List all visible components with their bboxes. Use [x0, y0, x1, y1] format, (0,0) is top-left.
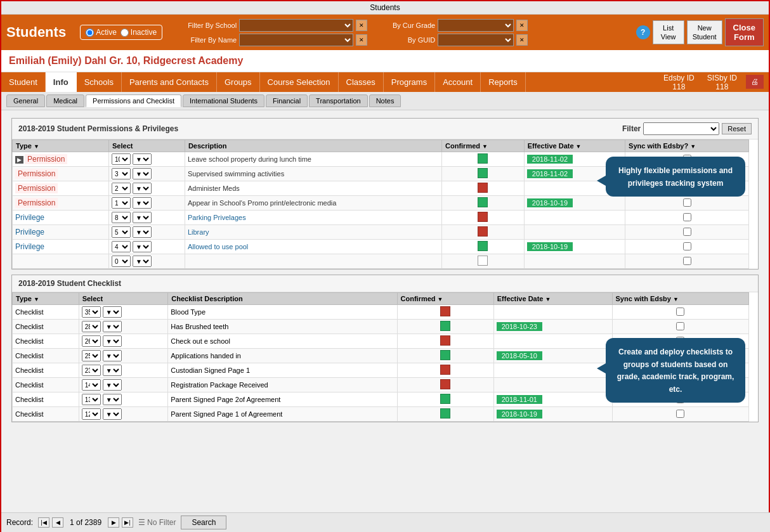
tab-parents-contacts[interactable]: Parents and Contacts	[122, 72, 217, 92]
select-num2[interactable]: ▼	[133, 197, 152, 209]
confirmed-check[interactable]	[440, 306, 450, 316]
select-num[interactable]: 10	[112, 153, 131, 165]
subtab-permissions-checklist[interactable]: Permissions and Checklist	[86, 94, 181, 107]
select-num[interactable]: 12	[82, 408, 101, 420]
permissions-filter-select[interactable]	[643, 122, 719, 135]
select-num2[interactable]: ▼	[133, 226, 152, 238]
confirmed-check[interactable]	[478, 168, 488, 178]
select-num[interactable]: 1	[112, 197, 131, 209]
tab-classes[interactable]: Classes	[339, 72, 384, 92]
select-num2[interactable]: ▼	[103, 408, 122, 420]
select-num2[interactable]: ▼	[103, 306, 122, 318]
by-cur-grade-select[interactable]	[438, 19, 514, 32]
subtab-medical[interactable]: Medical	[46, 94, 84, 107]
nav-first-button[interactable]: |◀	[38, 517, 49, 528]
confirmed-check[interactable]	[478, 153, 488, 164]
select-num2[interactable]: ▼	[103, 335, 122, 347]
select-num2[interactable]: ▼	[133, 212, 152, 223]
search-button[interactable]: Search	[181, 516, 226, 529]
permissions-reset-button[interactable]: Reset	[722, 123, 752, 134]
confirmed-check[interactable]	[478, 241, 488, 251]
effective-date-cell	[524, 211, 625, 225]
confirmed-check[interactable]	[440, 350, 450, 360]
confirmed-check[interactable]	[440, 408, 450, 418]
select-num2[interactable]: ▼	[103, 350, 122, 361]
select-num2[interactable]: ▼	[133, 183, 152, 194]
by-cur-grade-btn[interactable]: ✕	[516, 20, 528, 31]
select-num2[interactable]: ▼	[133, 168, 152, 179]
tab-groups[interactable]: Groups	[217, 72, 260, 92]
tab-account[interactable]: Account	[435, 72, 481, 92]
print-button[interactable]: 🖨	[746, 75, 764, 89]
confirmed-check[interactable]	[478, 197, 488, 207]
select-num[interactable]: 2	[112, 183, 131, 194]
filter-school-btn[interactable]: ✕	[356, 20, 367, 31]
subtab-transportation[interactable]: Transportation	[309, 94, 368, 107]
subtab-notes[interactable]: Notes	[369, 94, 401, 107]
confirmed-check[interactable]	[440, 335, 450, 346]
select-num2[interactable]: ▼	[103, 365, 122, 376]
tab-reports[interactable]: Reports	[481, 72, 526, 92]
select-num2[interactable]: ▼	[103, 379, 122, 391]
by-guid-btn[interactable]: ✕	[516, 34, 528, 46]
select-num[interactable]: 23	[82, 365, 101, 376]
subtab-international[interactable]: International Students	[183, 94, 264, 107]
sync-checkbox[interactable]	[683, 198, 691, 207]
confirmed-check[interactable]	[478, 256, 488, 266]
confirmed-check[interactable]	[440, 321, 450, 331]
select-num2[interactable]: ▼	[133, 241, 152, 252]
nav-next-button[interactable]: ▶	[108, 517, 119, 528]
sync-checkbox[interactable]	[683, 257, 691, 265]
tab-student[interactable]: Student	[1, 72, 46, 92]
tab-course-selection[interactable]: Course Selection	[260, 72, 339, 92]
filter-name-select[interactable]	[239, 34, 353, 46]
sync-checkbox[interactable]	[676, 410, 684, 418]
select-num[interactable]: 28	[82, 321, 101, 332]
select-num[interactable]: 0	[112, 256, 131, 267]
sync-checkbox[interactable]	[676, 308, 684, 316]
close-form-button[interactable]: CloseForm	[725, 18, 764, 46]
filter-school-select[interactable]	[239, 19, 353, 32]
sync-checkbox[interactable]	[676, 322, 684, 330]
select-num[interactable]: 25	[82, 350, 101, 361]
select-num[interactable]: 26	[82, 335, 101, 347]
tab-programs[interactable]: Programs	[384, 72, 435, 92]
list-view-button[interactable]: ListView	[653, 20, 684, 45]
confirmed-check[interactable]	[478, 226, 488, 237]
sync-checkbox[interactable]	[683, 228, 691, 236]
confirmed-check[interactable]	[440, 394, 450, 404]
subtab-general[interactable]: General	[6, 94, 45, 107]
select-num[interactable]: 35	[82, 306, 101, 318]
help-button[interactable]: ?	[636, 25, 650, 39]
select-num[interactable]: 5	[112, 226, 131, 238]
tab-info[interactable]: Info	[46, 72, 77, 92]
sync-checkbox[interactable]	[683, 213, 691, 221]
sync-checkbox[interactable]	[683, 242, 691, 250]
new-student-button[interactable]: NewStudent	[687, 20, 722, 45]
tab-schools[interactable]: Schools	[77, 72, 122, 92]
confirmed-cell	[442, 254, 525, 269]
select-num[interactable]: 4	[112, 241, 131, 252]
confirmed-check[interactable]	[440, 379, 450, 389]
confirmed-check[interactable]	[440, 365, 450, 375]
select-num[interactable]: 13	[82, 394, 101, 405]
active-radio-label[interactable]: Active	[86, 28, 117, 37]
active-radio[interactable]	[86, 29, 94, 37]
inactive-radio-label[interactable]: Inactive	[121, 28, 157, 37]
select-num2[interactable]: ▼	[103, 394, 122, 405]
select-num[interactable]: 3	[112, 168, 131, 179]
filter-name-btn[interactable]: ✕	[356, 34, 367, 46]
select-cell: 3 ▼	[109, 167, 185, 181]
select-num[interactable]: 14	[82, 379, 101, 391]
nav-prev-button[interactable]: ◀	[52, 517, 63, 528]
nav-last-button[interactable]: ▶|	[122, 517, 133, 528]
confirmed-check[interactable]	[478, 212, 488, 222]
select-num[interactable]: 8	[112, 212, 131, 223]
select-num2[interactable]: ▼	[133, 256, 152, 267]
confirmed-check[interactable]	[478, 183, 488, 193]
select-num2[interactable]: ▼	[133, 153, 152, 165]
by-guid-select[interactable]	[438, 34, 514, 46]
inactive-radio[interactable]	[121, 29, 129, 37]
select-num2[interactable]: ▼	[103, 321, 122, 332]
subtab-financial[interactable]: Financial	[266, 94, 308, 107]
